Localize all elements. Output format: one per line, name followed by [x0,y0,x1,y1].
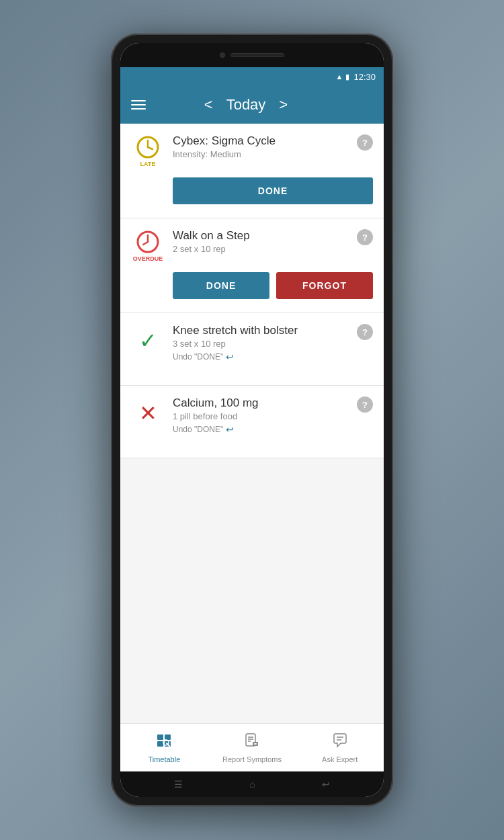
tab-timetable[interactable]: Timetable [120,724,208,771]
task-header: LATE Cybex: Sigma Cycle Intensity: Mediu… [131,134,373,168]
status-time: 12:30 [353,72,376,82]
task-status-icon: OVERDUE [131,229,165,263]
phone-screen: ▲ ▮ 12:30 < Today > [120,43,384,797]
svg-line-5 [143,242,148,245]
task-item: OVERDUE Walk on a Step 2 set x 10 rep ? … [120,218,384,313]
task-status-label: OVERDUE [133,255,163,262]
bottom-navigation: Timetable Report Symptoms [120,723,384,771]
clock-overdue-icon [136,230,160,254]
task-header: ✓ Knee stretch with bolster 3 set x 10 r… [131,324,373,362]
task-header: OVERDUE Walk on a Step 2 set x 10 rep ? [131,229,373,263]
tab-ask-expert[interactable]: Ask Expert [296,724,384,771]
android-back-button[interactable]: ↩ [322,779,330,790]
forgot-button[interactable]: FORGOT [276,272,373,299]
content-area: LATE Cybex: Sigma Cycle Intensity: Mediu… [120,124,384,723]
task-detail: 2 set x 10 rep [173,244,349,254]
report-symptoms-icon [244,732,260,753]
task-help-button[interactable]: ? [357,134,373,151]
clock-late-icon [136,135,160,159]
next-day-button[interactable]: > [279,96,288,114]
menu-button[interactable] [131,100,146,110]
undo-arrow-icon[interactable]: ↩ [226,351,234,362]
x-mark-icon: ✕ [134,403,162,424]
task-help-button[interactable]: ? [357,229,373,245]
timetable-icon [156,732,172,753]
battery-icon: ▮ [345,73,349,81]
task-buttons: DONE [173,177,373,204]
svg-rect-6 [157,734,163,740]
task-header: ✕ Calcium, 100 mg 1 pill before food Und… [131,396,373,435]
task-help-button[interactable]: ? [357,396,373,413]
task-status-icon: ✕ [131,396,165,430]
svg-line-2 [148,147,153,149]
task-info: Cybex: Sigma Cycle Intensity: Medium [173,134,349,159]
task-status-icon: ✓ [131,324,165,358]
current-date-title: Today [226,96,266,114]
svg-rect-7 [165,734,171,740]
report-symptoms-label: Report Symptoms [222,755,282,763]
done-button[interactable]: DONE [173,272,269,299]
task-info: Walk on a Step 2 set x 10 rep [173,229,349,254]
task-buttons: DONE FORGOT [173,272,373,299]
menu-icon [131,104,146,106]
ask-expert-icon [332,732,348,753]
undo-text: Undo "DONE" ↩ [173,351,349,362]
checkmark-icon: ✓ [134,330,162,351]
prev-day-button[interactable]: < [204,96,213,114]
undo-text: Undo "DONE" ↩ [173,424,349,435]
ask-expert-label: Ask Expert [322,755,358,763]
tab-report-symptoms[interactable]: Report Symptoms [208,724,296,771]
task-name: Cybex: Sigma Cycle [173,134,349,148]
signal-icon: ▲ [336,73,343,81]
task-info: Calcium, 100 mg 1 pill before food Undo … [173,396,349,435]
task-item: LATE Cybex: Sigma Cycle Intensity: Mediu… [120,124,384,218]
svg-rect-8 [157,741,163,747]
done-button[interactable]: DONE [173,177,373,204]
task-detail: 3 set x 10 rep [173,339,349,349]
app-header: < Today > [120,86,384,124]
task-item: ✕ Calcium, 100 mg 1 pill before food Und… [120,386,384,458]
speaker [230,53,284,57]
phone-device: ▲ ▮ 12:30 < Today > [111,34,393,806]
phone-top-hardware [120,43,384,67]
task-item: ✓ Knee stretch with bolster 3 set x 10 r… [120,313,384,386]
task-name: Calcium, 100 mg [173,396,349,410]
task-help-button[interactable]: ? [357,324,373,340]
status-icons: ▲ ▮ [336,73,350,81]
task-info: Knee stretch with bolster 3 set x 10 rep… [173,324,349,362]
android-home-button[interactable]: ⌂ [249,779,255,790]
task-status-label: LATE [140,161,156,167]
menu-icon [131,100,146,101]
camera [220,52,225,58]
date-navigation: < Today > [204,96,288,114]
task-name: Knee stretch with bolster [173,324,349,337]
status-bar: ▲ ▮ 12:30 [120,67,384,86]
task-detail: Intensity: Medium [173,149,349,159]
android-navigation-bar: ☰ ⌂ ↩ [120,771,384,797]
android-menu-button[interactable]: ☰ [174,779,183,790]
task-status-icon: LATE [131,134,165,168]
menu-icon [131,108,146,110]
task-name: Walk on a Step [173,229,349,243]
task-detail: 1 pill before food [173,411,349,421]
timetable-label: Timetable [148,755,180,763]
undo-arrow-icon[interactable]: ↩ [226,424,234,435]
